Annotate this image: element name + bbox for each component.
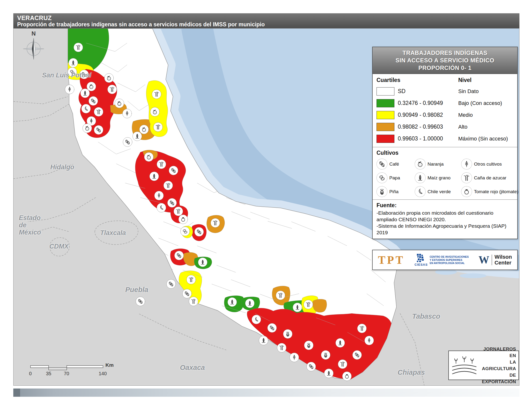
range-medio: 0.90949 - 0.98082 (398, 112, 458, 118)
cultivo-label: Maíz grano (428, 175, 450, 181)
cultivos-title: Cultivos (377, 150, 513, 156)
tomate-icon (461, 186, 472, 197)
crop-marker-cafe (167, 198, 177, 207)
state-label-hidalgo: Hidalgo (50, 163, 74, 171)
crop-marker-maiz (150, 172, 159, 181)
wilson-line-2: Center (494, 260, 512, 266)
scale-tick-140: 140 (99, 371, 107, 376)
wilson-line-1: Wilson (494, 254, 512, 260)
crop-marker-naranja (140, 125, 149, 134)
tpt-logo: TPT (378, 254, 405, 266)
legend-class-row: 0.98082 - 0.99603 Alto (377, 121, 513, 133)
compass-rose: N (20, 30, 47, 62)
map-title-bar: VERACRUZ Proporción de trabajadores indí… (13, 13, 519, 28)
state-label-tlaxcala: Tlaxcala (100, 229, 126, 237)
coastal-lagoon (460, 273, 486, 278)
naranja-icon (415, 159, 426, 169)
crop-marker-cana (157, 159, 166, 169)
strip-cap (13, 389, 20, 397)
fuente-line-1: -Elaboración propia con microdatos del c… (377, 210, 513, 223)
map-title: VERACRUZ (17, 15, 515, 21)
state-label-cdmx: CDMX (49, 243, 69, 250)
legend-class-row: SD Sin Dato (377, 85, 513, 97)
crop-marker-cafe (89, 96, 98, 106)
crop-marker-maiz (259, 336, 268, 345)
crop-marker-maiz (133, 131, 142, 141)
range-sin-dato: SD (398, 88, 458, 94)
cultivo-pina: Piña (377, 186, 415, 197)
state-label-oaxaca: Oaxaca (180, 364, 205, 372)
ciesas-line-2: Y ESTUDIOS SUPERIORES (430, 258, 469, 262)
page: VERACRUZ Proporción de trabajadores indí… (0, 0, 532, 411)
cultivo-cafe: Café (377, 159, 415, 169)
cultivo-maiz: Maíz grano (415, 172, 461, 183)
cafe-icon (377, 159, 387, 169)
range-alto: 0.98082 - 0.99603 (398, 123, 458, 130)
crop-marker-maiz (336, 338, 345, 347)
crop-marker-cafe (136, 297, 145, 306)
crop-marker-cana (338, 360, 347, 369)
crop-marker-cafe (307, 362, 316, 371)
scale-bar-graphic (21, 364, 108, 371)
crop-marker-naranja (83, 123, 92, 133)
crop-marker-pina (304, 341, 314, 350)
papa-icon (377, 172, 387, 183)
bottom-gradient-strip (13, 389, 519, 397)
crop-marker-cana (153, 122, 162, 131)
crop-marker-cana (108, 85, 117, 94)
crop-marker-tomate (179, 215, 188, 224)
range-bajo: 0.32476 - 0.90949 (398, 100, 458, 106)
legend-class-row: 0.90949 - 0.98082 Medio (377, 109, 513, 121)
crop-marker-cana (174, 207, 183, 216)
scale-tick-70: 70 (64, 371, 69, 376)
crop-marker-chile (157, 203, 166, 212)
cultivo-label: Café (389, 161, 399, 167)
region-alto (313, 299, 327, 312)
level-medio: Medio (458, 112, 473, 118)
cultivo-label: Chile verde (428, 189, 451, 194)
cultivo-naranja: Naranja (415, 159, 461, 169)
pina-icon (377, 186, 387, 197)
cultivo-tomate: Tomate rojo (jitomate) (461, 186, 518, 197)
scale-bar: Km 0 35 70 140 (21, 362, 122, 377)
crop-marker-maiz (81, 89, 90, 98)
fuente-title: Fuente: (377, 202, 513, 209)
crop-marker-maiz (324, 369, 333, 378)
crop-marker-pina (321, 350, 330, 360)
crop-marker-naranja (104, 74, 114, 83)
maiz-grano-icon (415, 172, 426, 183)
swatch-bajo (377, 99, 394, 107)
wilson-w-mark: W (479, 255, 489, 265)
level-bajo: Bajo (Con acceso) (458, 100, 502, 106)
crop-marker-cana (186, 275, 196, 284)
crop-marker-pina (283, 329, 292, 338)
crop-marker-cafe (123, 137, 132, 147)
crop-marker-cafe (166, 280, 176, 289)
map-subtitle: Proporción de trabajadores indígenas sin… (17, 21, 515, 28)
crop-marker-cana (211, 218, 220, 227)
fuente-line-2: -Sistema de Información Agropecuaria y P… (377, 223, 513, 236)
crop-marker-cafe (267, 323, 277, 332)
crop-marker-otros (154, 191, 163, 200)
swatch-sin-dato (377, 87, 394, 95)
otros-cultivos-icon (461, 159, 472, 169)
crop-marker-maiz (198, 258, 207, 267)
ciesas-logo: CIESAS CENTRO DE INVESTIGACIONES Y ESTUD… (415, 253, 469, 266)
jornaleros-line-3: DE EXPORTACIÓN (478, 372, 516, 385)
crop-marker-chile (252, 315, 261, 324)
legend-title-line1: TRABAJADORES INDÍGENAS (374, 49, 516, 56)
ciesas-line-3: EN ANTROPOLOGÍA SOCIAL (430, 262, 469, 265)
legend-title-line3: PROPORCIÓN 0- 1 (374, 64, 516, 72)
crop-marker-otros (290, 353, 299, 362)
compass-needle-icon (20, 37, 47, 61)
jornaleros-line-1: JORNALEROS EN (478, 346, 516, 359)
crop-marker-cafe (194, 227, 204, 236)
cultivo-label: Caña de azucar (474, 175, 506, 181)
cultivo-label: Tomate rojo (jitomate) (474, 189, 518, 194)
crop-marker-maiz (69, 58, 78, 67)
swatch-maximo (377, 135, 394, 143)
crop-marker-cafe (174, 251, 183, 260)
crop-marker-naranja (144, 152, 153, 161)
cultivo-label: Otros cultivos (474, 161, 502, 167)
cultivo-chile: Chile verde (415, 186, 461, 197)
